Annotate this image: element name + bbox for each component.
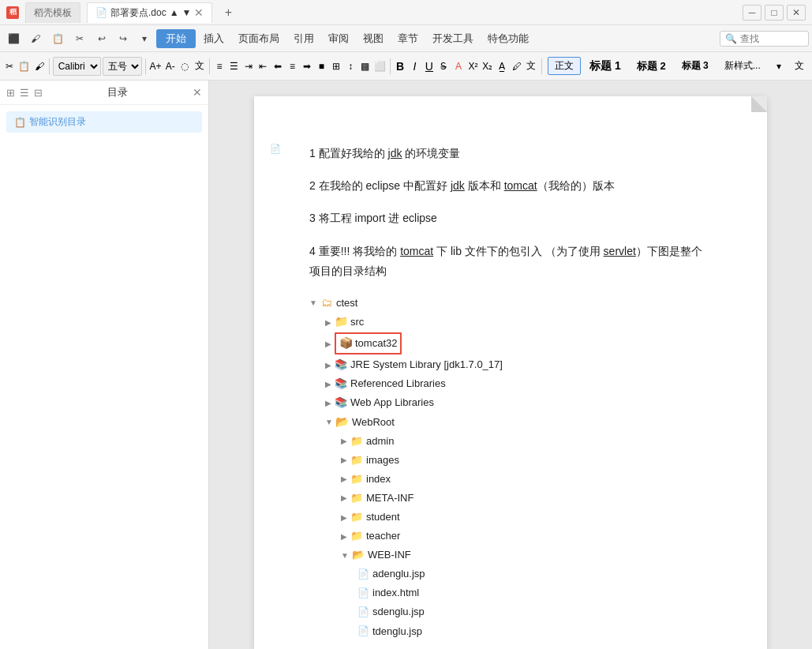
tab-close-btn[interactable]: ✕ [194, 6, 204, 19]
teacher-chevron[interactable]: ▶ [341, 530, 347, 543]
dev-menu[interactable]: 开发工具 [426, 28, 480, 49]
line-spacing-btn[interactable]: ↕ [344, 57, 357, 76]
redo-button[interactable]: ↪ [113, 28, 133, 49]
admin-chevron[interactable]: ▶ [341, 434, 347, 448]
font-name-select[interactable]: Calibri [53, 57, 101, 76]
columns-btn[interactable]: ⊞ [330, 57, 342, 76]
numbering-btn[interactable]: ☰ [227, 57, 240, 76]
clipboard-icon[interactable]: ⬛ [3, 28, 24, 49]
decrease-font-btn[interactable]: A- [164, 57, 177, 76]
clear-format-btn[interactable]: ◌ [178, 57, 191, 76]
tree-src: ▶ 📁 src [309, 313, 712, 332]
view-menu[interactable]: 视图 [357, 28, 390, 49]
main-layout: ⊞ ☰ ⊟ 目录 ✕ 📋 智能识别目录 📄 1 配置好我给的 jdk 的环境变量 [0, 81, 812, 649]
indent-less-btn[interactable]: ⇤ [256, 57, 269, 76]
char-shading-btn[interactable]: 文 [525, 57, 537, 76]
index-chevron[interactable]: ▶ [341, 472, 347, 486]
webapp-lib-chevron[interactable]: ▶ [325, 396, 331, 410]
align-center-btn[interactable]: ≡ [286, 57, 298, 76]
paste-icon[interactable]: 📋 [47, 28, 68, 49]
cut-toolbar-btn[interactable]: ✂ [3, 57, 16, 76]
web-inf-chevron[interactable]: ▼ [341, 549, 349, 562]
sep1 [49, 58, 50, 74]
layout-menu[interactable]: 页面布局 [232, 28, 286, 49]
new-tab-button[interactable]: + [219, 5, 238, 21]
sep3 [209, 58, 210, 74]
sidebar-minus-icon[interactable]: ⊟ [34, 87, 43, 99]
web-inf-label: WEB-INF [368, 546, 411, 564]
tree-teacher: ▶ 📁 teacher [309, 527, 712, 546]
italic-btn[interactable]: I [408, 57, 421, 76]
document-area[interactable]: 📄 1 配置好我给的 jdk 的环境变量 2 在我给的 eclipse 中配置好… [209, 81, 812, 649]
cut-icon[interactable]: ✂ [69, 28, 90, 49]
subscript-btn[interactable]: X₂ [481, 57, 494, 76]
insert-menu[interactable]: 插入 [197, 28, 230, 49]
reference-menu[interactable]: 引用 [287, 28, 320, 49]
ref-lib-chevron[interactable]: ▶ [325, 377, 331, 391]
sidebar-close-btn[interactable]: ✕ [193, 86, 202, 99]
start-menu-button[interactable]: 开始 [156, 29, 196, 48]
underline-btn[interactable]: U [423, 57, 436, 76]
teacher-label: teacher [366, 527, 400, 545]
undo-button[interactable]: ↩ [92, 28, 112, 49]
bullets-btn[interactable]: ≡ [213, 57, 226, 76]
superscript-btn[interactable]: X² [466, 57, 479, 76]
jre-chevron[interactable]: ▶ [325, 358, 331, 372]
tab-template[interactable]: 稻壳模板 [25, 2, 80, 23]
minimize-button[interactable]: ─ [743, 5, 761, 21]
justify-btn[interactable]: ■ [315, 57, 327, 76]
bold-btn[interactable]: B [394, 57, 406, 76]
root-chevron[interactable]: ▼ [309, 296, 317, 309]
style-expand-icon[interactable]: ▾ [769, 58, 788, 74]
sep2 [145, 58, 146, 74]
font-size-select[interactable]: 五号 [103, 57, 142, 76]
tab-nav-down[interactable]: ▼ [182, 7, 192, 18]
search-input[interactable] [740, 33, 803, 44]
para1-text: 1 配置好我给的 jdk 的环境变量 [309, 147, 460, 159]
search-bar[interactable]: 🔍 [720, 31, 809, 47]
style-more-btn[interactable]: 文 [790, 57, 809, 76]
undo-dropdown[interactable]: ▾ [134, 28, 155, 49]
tab-template-label: 稻壳模板 [34, 6, 72, 20]
para2-underline-tomcat: tomcat [504, 179, 537, 192]
format-brush-icon[interactable]: 🖌 [25, 28, 46, 49]
sep4 [390, 58, 391, 74]
strikethrough-btn[interactable]: S̶ [437, 57, 450, 76]
tab-nav-up[interactable]: ▲ [170, 7, 179, 18]
smart-toc-button[interactable]: 📋 智能识别目录 [6, 111, 202, 133]
tree-admin: ▶ 📁 admin [309, 432, 712, 451]
align-left-btn[interactable]: ⬅ [271, 57, 284, 76]
style-new[interactable]: 新样式... [717, 57, 768, 75]
increase-font-btn[interactable]: A+ [149, 57, 163, 76]
meta-inf-chevron[interactable]: ▶ [341, 491, 347, 505]
phonetic-btn[interactable]: 文 [193, 57, 206, 76]
chapter-menu[interactable]: 章节 [391, 28, 425, 49]
align-right-btn[interactable]: ➡ [301, 57, 313, 76]
sidebar-add-icon[interactable]: ⊞ [6, 87, 15, 99]
style-heading2[interactable]: 标题 2 [630, 57, 673, 76]
sidebar-list-icon[interactable]: ☰ [20, 87, 29, 99]
font-color-bg-btn[interactable]: A̲ [496, 57, 508, 76]
images-chevron[interactable]: ▶ [341, 453, 347, 467]
close-window-button[interactable]: ✕ [787, 5, 806, 21]
shading-btn[interactable]: ▩ [359, 57, 372, 76]
special-menu[interactable]: 特色功能 [481, 28, 535, 49]
style-heading1[interactable]: 标题 1 [582, 57, 628, 76]
tomcat-chevron[interactable]: ▶ [325, 337, 331, 351]
para-2: 2 在我给的 eclipse 中配置好 jdk 版本和 tomcat（我给的）版… [309, 176, 712, 196]
student-chevron[interactable]: ▶ [341, 511, 347, 524]
webroot-chevron[interactable]: ▼ [325, 415, 333, 429]
style-heading3[interactable]: 标题 3 [675, 57, 716, 75]
para-3: 3 将工程 import 进 eclipse [309, 208, 712, 228]
review-menu[interactable]: 审阅 [322, 28, 355, 49]
maximize-button[interactable]: □ [765, 5, 784, 21]
format-brush-toolbar-btn[interactable]: 🖌 [32, 57, 45, 76]
copy-toolbar-btn[interactable]: 📋 [17, 57, 31, 76]
highlight-btn[interactable]: 🖊 [511, 57, 523, 76]
src-chevron[interactable]: ▶ [325, 316, 331, 329]
border-btn[interactable]: ⬜ [373, 57, 387, 76]
indent-more-btn[interactable]: ⇥ [242, 57, 255, 76]
style-normal[interactable]: 正文 [548, 57, 581, 75]
color-btn[interactable]: A [452, 57, 465, 76]
tab-document[interactable]: 📄 部署要点.doc ▲ ▼ ✕ [87, 2, 212, 23]
